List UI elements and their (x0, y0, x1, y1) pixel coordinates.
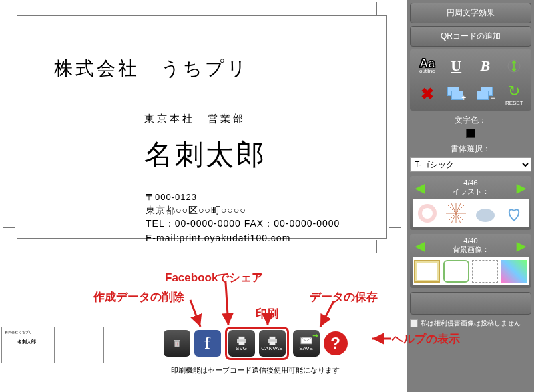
canvas-area: 株式会社 うちプリ 東京本社 営業部 名刺太郎 〒000-0123 東京都○○区… (0, 0, 400, 260)
card-zip-text[interactable]: 〒000-0123 (146, 191, 197, 203)
bg-thumb-1[interactable] (413, 257, 442, 285)
bottom-toolbar: f SVG CANVAS ➜ SAVE ? 印刷機能はセーブコード送信後使用可能… (110, 327, 400, 375)
reset-tool[interactable]: ↻ RESET (501, 81, 528, 107)
underline-tool[interactable]: U (443, 53, 470, 79)
text-tool-grid: Aa outline U B ✖ + − ↻ RESET (410, 49, 531, 111)
font-select[interactable]: T-ゴシック (410, 157, 531, 172)
illustration-browser: ◀ 4/46 イラスト： ▶ (410, 176, 531, 230)
card-mail-text[interactable]: E-mail:print.oyakudati100.com (146, 233, 290, 243)
delete-data-button[interactable] (164, 330, 190, 357)
callout-save: データの保存 (310, 289, 378, 305)
illust-label: イラスト： (453, 187, 489, 197)
svg-rect-12 (175, 343, 176, 346)
bg-next-button[interactable]: ▶ (514, 239, 529, 253)
page-thumbnails: 株式会社 うちプリ 名刺太郎 (1, 327, 104, 363)
outline-label: outline (419, 68, 435, 74)
text-color-label: 文字色： (410, 115, 531, 126)
bg-counter: 4/40 (453, 237, 489, 245)
print-svg-label: SVG (236, 345, 247, 351)
svg-rect-13 (177, 343, 178, 346)
svg-rect-19 (269, 341, 275, 344)
card-dept-text[interactable]: 東京本社 営業部 (144, 113, 246, 125)
text-color-swatch[interactable] (466, 129, 475, 138)
bg-prev-button[interactable]: ◀ (413, 239, 427, 253)
print-canvas-button[interactable]: CANVAS (259, 330, 286, 357)
callout-facebook: Facebookでシェア (165, 270, 263, 285)
card-frame[interactable]: 株式会社 うちプリ 東京本社 営業部 名刺太郎 〒000-0123 東京都○○区… (17, 15, 387, 239)
text-rotate-tool[interactable] (501, 53, 528, 79)
svg-rect-16 (238, 341, 244, 344)
illust-thumb-3[interactable] (471, 199, 500, 227)
print-svg-button[interactable]: SVG (228, 330, 255, 357)
card-address-text[interactable]: 東京都○○区○○町○○○○ (146, 205, 246, 217)
help-button[interactable]: ? (324, 331, 348, 355)
page-thumb-1[interactable]: 株式会社 うちプリ 名刺太郎 (1, 327, 51, 363)
illust-prev-button[interactable]: ◀ (413, 181, 427, 195)
card-company-text[interactable]: 株式会社 うちプリ (54, 56, 249, 81)
print-button-group: SVG CANVAS (225, 327, 289, 360)
bold-tool[interactable]: B (472, 53, 499, 79)
save-label: SAVE (299, 345, 313, 351)
svg-rect-11 (174, 340, 180, 341)
background-browser: ◀ 4/40 背景画像： ▶ (410, 234, 531, 288)
font-select-label: 書体選択： (410, 143, 531, 155)
reset-label: RESET (505, 100, 523, 106)
circular-text-button[interactable]: 円周文字効果 (410, 3, 531, 23)
svg-rect-10 (174, 341, 179, 347)
outline-tool[interactable]: Aa outline (414, 53, 441, 79)
callout-print: 印刷 (256, 306, 278, 321)
svg-rect-15 (238, 336, 244, 339)
illust-thumb-1[interactable] (413, 199, 442, 227)
add-qr-button[interactable]: QRコードの追加 (410, 26, 531, 47)
rights-checkbox[interactable] (410, 319, 418, 327)
print-canvas-label: CANVAS (261, 345, 282, 351)
save-data-button[interactable]: ➜ SAVE (293, 330, 320, 357)
svg-rect-18 (269, 336, 275, 339)
card-tel-text[interactable]: TEL：00-0000-0000 FAX：00-0000-0000 (146, 218, 340, 230)
layer-back-tool[interactable]: − (472, 81, 499, 107)
layer-front-tool[interactable]: + (443, 81, 470, 107)
illust-next-button[interactable]: ▶ (514, 181, 529, 195)
svg-point-9 (476, 209, 495, 222)
right-panel: 円周文字効果 QRコードの追加 Aa outline U B ✖ + − ↻ R… (407, 0, 534, 392)
facebook-share-button[interactable]: f (194, 330, 221, 357)
illust-thumb-4[interactable] (500, 199, 529, 227)
card-name-text[interactable]: 名刺太郎 (144, 136, 267, 173)
callout-delete: 作成データの削除 (93, 289, 184, 305)
bg-thumb-4[interactable] (500, 257, 529, 285)
unknown-bottom-button[interactable] (410, 292, 531, 315)
toolbar-note: 印刷機能はセーブコード送信後使用可能になります (110, 365, 400, 375)
illust-counter: 4/46 (453, 179, 489, 187)
rights-checkbox-label: 私は権利侵害画像は投稿しません (421, 319, 521, 328)
page-thumb-2[interactable] (54, 327, 104, 363)
bg-thumb-3[interactable] (471, 257, 500, 285)
illust-thumb-2[interactable] (442, 199, 471, 227)
bg-label: 背景画像： (453, 245, 489, 255)
bg-thumb-2[interactable] (442, 257, 471, 285)
delete-element-tool[interactable]: ✖ (414, 81, 441, 107)
svg-point-2 (422, 208, 433, 219)
